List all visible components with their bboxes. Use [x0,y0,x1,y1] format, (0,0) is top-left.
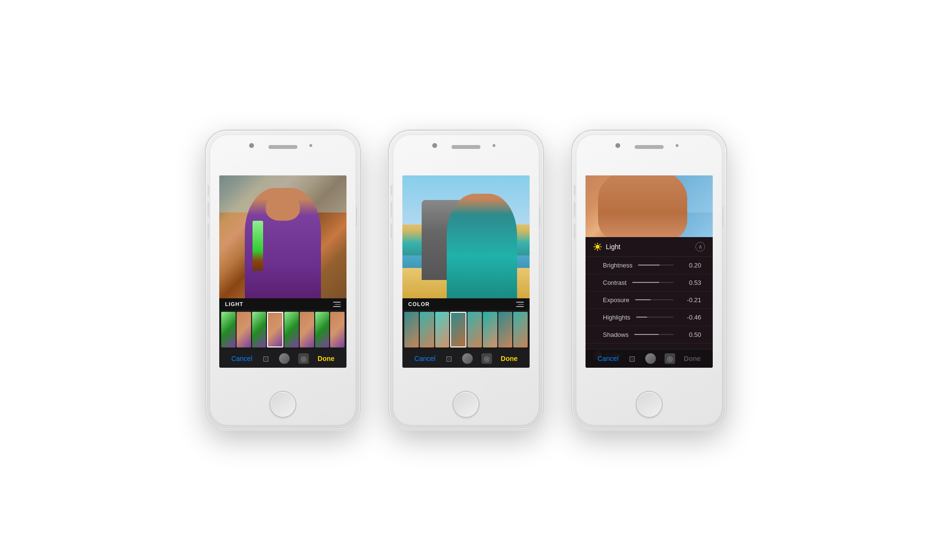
light-collapse-button[interactable]: ∧ [695,242,705,252]
thumb-item[interactable] [237,312,251,347]
iphone-2-screen: COLOR [402,175,530,368]
thumb-item[interactable] [467,312,482,347]
thumb-item[interactable] [284,312,299,347]
circle-icon-1[interactable] [279,353,290,364]
crop-icon-1[interactable]: ⊡ [261,354,270,363]
svg-line-5 [595,244,596,245]
phone1-bottom-bar: Cancel ⊡ Done [219,349,346,368]
svg-line-7 [599,244,600,245]
thumb-item[interactable] [315,312,330,347]
vol-up-button-3[interactable] [574,202,576,217]
circle-icon-3[interactable] [645,353,656,364]
menu-line [333,306,341,307]
exposure-fill [635,299,651,300]
phone2-done-button[interactable]: Done [501,355,518,362]
tune-icon-2[interactable] [481,353,492,364]
thumb-item[interactable] [267,312,283,347]
mute-button-3[interactable] [574,185,576,196]
contrast-label: Contrast [603,279,626,286]
phone3-photo [586,175,713,237]
thumb-item[interactable] [498,312,513,347]
power-button-2[interactable] [539,207,541,227]
svg-line-8 [595,249,596,250]
home-button-2[interactable] [453,392,479,417]
menu-icon-2[interactable] [516,302,524,307]
shadows-slider[interactable] [634,334,674,335]
power-button-1[interactable] [356,207,358,227]
thumb-item[interactable] [221,312,236,347]
thumb-item[interactable] [513,312,528,347]
shadows-value: 0.50 [679,331,701,338]
svg-point-0 [596,245,599,249]
sun-icon [593,242,602,251]
phone1-label-bar: LIGHT [219,298,346,310]
phone1-done-button[interactable]: Done [318,355,334,362]
tune-icon-3[interactable] [665,353,675,364]
thumb-item[interactable] [450,312,466,347]
home-button-3[interactable] [637,392,662,417]
menu-line [516,306,524,307]
vol-up-button-2[interactable] [391,202,393,217]
contrast-fill [632,282,659,283]
phone3-screen: Light ∧ Brightness 0.20 [586,175,713,368]
thumb-item[interactable] [420,312,434,347]
crop-icon-2[interactable]: ⊡ [444,354,453,363]
highlights-fill [636,317,647,318]
light-section-label: Light [606,243,620,251]
shadows-fill [634,334,659,335]
tune-icon-1[interactable] [298,353,309,364]
sensor-dot-1 [309,144,312,147]
vol-down-button-3[interactable] [574,224,576,239]
contrast-slider[interactable] [632,282,674,283]
highlights-row[interactable]: Highlights -0.46 [586,309,713,326]
vol-up-button-1[interactable] [208,202,210,217]
photo3-face [598,175,687,237]
phones-container: LIGHT [206,131,726,429]
home-button-1[interactable] [270,392,295,417]
speaker-1 [268,145,297,149]
phone2-thumbnails[interactable] [402,310,530,349]
phone3-bottom-bar: Cancel ⊡ Done [586,349,713,368]
brightness-fill [638,265,659,266]
highlights-value: -0.46 [679,314,701,321]
photo1-popsicle [253,221,263,270]
phone3-done-button[interactable]: Done [684,355,701,362]
brightness-row[interactable]: Brightness 0.20 [586,257,713,274]
thumb-item[interactable] [300,312,314,347]
power-button-3[interactable] [722,207,724,227]
adjustments-panel: Light ∧ Brightness 0.20 [586,237,713,368]
camera-lens-2 [432,143,437,148]
mute-button-1[interactable] [208,185,210,196]
vol-down-button-2[interactable] [391,224,393,239]
exposure-row[interactable]: Exposure -0.21 [586,292,713,309]
iphone-3-body: Light ∧ Brightness 0.20 [576,134,722,426]
shadows-label: Shadows [603,331,628,338]
phone1-thumbnails[interactable] [219,310,346,349]
phone2-cancel-button[interactable]: Cancel [414,355,436,362]
brightness-slider[interactable] [638,265,674,266]
camera-lens-3 [615,143,620,148]
light-section-header[interactable]: Light ∧ [586,237,713,257]
menu-line [333,302,341,303]
iphone-1: LIGHT [206,131,360,429]
mute-button-2[interactable] [391,185,393,196]
menu-line [516,302,524,303]
thumb-item[interactable] [404,312,419,347]
exposure-slider[interactable] [635,299,674,300]
contrast-row[interactable]: Contrast 0.53 [586,274,713,292]
menu-line [518,304,524,305]
highlights-slider[interactable] [636,317,674,318]
light-section-title: Light [593,242,620,251]
menu-icon-1[interactable] [333,302,341,307]
thumb-item[interactable] [435,312,450,347]
thumb-item[interactable] [252,312,266,347]
phone3-cancel-button[interactable]: Cancel [598,355,619,362]
crop-icon-3[interactable]: ⊡ [627,354,637,363]
shadows-row[interactable]: Shadows 0.50 [586,326,713,344]
thumb-item[interactable] [330,312,345,347]
thumb-item[interactable] [483,312,497,347]
iphone-1-screen: LIGHT [219,175,346,368]
phone1-cancel-button[interactable]: Cancel [231,355,253,362]
circle-icon-2[interactable] [462,353,473,364]
vol-down-button-1[interactable] [208,224,210,239]
